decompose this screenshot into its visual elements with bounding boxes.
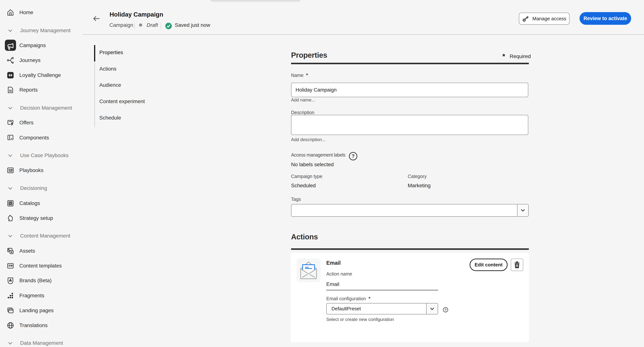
svg-text:?: ? [352,153,355,159]
svg-text:?: ? [444,308,447,312]
